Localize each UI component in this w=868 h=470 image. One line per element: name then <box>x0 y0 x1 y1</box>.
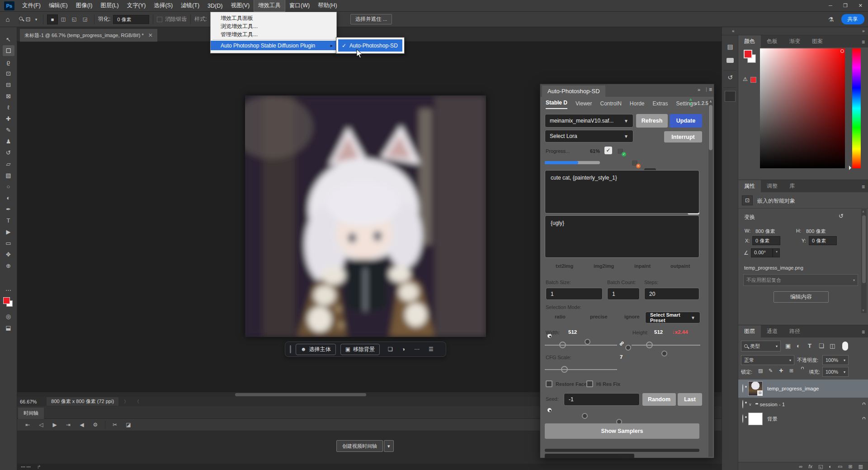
frame-tool-icon[interactable]: ⊠ <box>3 90 14 101</box>
clone-stamp-tool-icon[interactable]: ♟ <box>3 136 14 147</box>
height-slider[interactable] <box>632 345 700 346</box>
txt2img-label[interactable]: txt2img <box>556 263 573 269</box>
close-icon[interactable]: ✕ <box>853 3 868 9</box>
ratio-label[interactable]: ratio <box>555 314 566 319</box>
cfg-slider[interactable] <box>545 369 617 370</box>
tab-properties[interactable]: 属性 <box>738 180 761 192</box>
interrupt-button[interactable]: Interrupt <box>664 131 702 142</box>
zoom-level[interactable]: 66.67% <box>20 399 37 404</box>
shape-tool-icon[interactable]: ▭ <box>3 237 14 248</box>
crop-tool-icon[interactable]: ⊟ <box>3 79 14 90</box>
height-slider-knob[interactable] <box>646 342 653 348</box>
adjustment-layer-icon[interactable]: ◐ <box>829 464 832 469</box>
taskbar-grip[interactable] <box>290 345 291 353</box>
precise-label[interactable]: precise <box>590 314 608 319</box>
angle-input[interactable]: 0.00° <box>751 248 773 257</box>
select-and-mask-button[interactable]: 选择并遮住 ... <box>350 14 392 24</box>
visibility-eye-icon[interactable] <box>742 415 743 423</box>
ratio-radio[interactable] <box>547 407 552 413</box>
menu-file[interactable]: 文件(F) <box>18 0 45 11</box>
menu-layer[interactable]: 图层(L) <box>96 0 123 11</box>
layers-discard-icon[interactable]: ▤✕ <box>629 157 641 168</box>
layer-thumbnail[interactable] <box>748 413 763 425</box>
tab-libraries[interactable]: 库 <box>783 180 801 192</box>
tab-color[interactable]: 颜色 <box>738 35 761 47</box>
new-selection-icon[interactable]: ■ <box>47 14 58 24</box>
gamut-color-swatch[interactable] <box>750 77 756 83</box>
taskbar-settings-icon[interactable]: ☰ <box>429 346 434 352</box>
first-frame-icon[interactable]: ⇤ <box>21 422 34 428</box>
width-slider-knob[interactable] <box>559 342 566 348</box>
maximize-icon[interactable]: ❐ <box>838 3 853 9</box>
panel-menu-icon[interactable]: ≡ <box>709 86 712 93</box>
create-video-timeline-button[interactable]: 创建视频时间轴 <box>336 440 383 452</box>
adjustment-icon[interactable]: ◑ <box>402 346 405 352</box>
tab-patterns[interactable]: 图案 <box>806 35 829 47</box>
new-layer-icon[interactable]: ⊞ <box>848 464 852 470</box>
ignore-label[interactable]: ignore <box>624 314 640 319</box>
menu-3d[interactable]: 3D(D) <box>203 1 226 11</box>
zoom-tool-icon[interactable]: ⊕ <box>3 260 14 271</box>
layer-mask-icon[interactable]: ◱ <box>818 464 823 470</box>
status-collapse-icon[interactable]: 〈 <box>135 399 139 405</box>
feather-input[interactable]: 0 像素 <box>113 15 149 24</box>
path-select-tool-icon[interactable]: ▶ <box>3 226 14 237</box>
minimize-icon[interactable]: ─ <box>823 3 838 9</box>
edit-content-button[interactable]: 编辑内容 <box>774 291 829 303</box>
last-seed-button[interactable]: Last <box>678 393 702 406</box>
hue-strip[interactable] <box>852 48 861 168</box>
visibility-eye-icon[interactable] <box>742 385 743 393</box>
eyedropper-tool-icon[interactable]: ℓ <box>3 102 14 113</box>
hand-tool-icon[interactable]: ✥ <box>3 249 14 260</box>
menu-plugins[interactable]: 增效工具 <box>254 0 285 12</box>
saturation-brightness-field[interactable] <box>760 48 845 168</box>
beta-flask-icon[interactable]: ⚗ <box>828 16 834 23</box>
live-preview-checkbox[interactable]: ✓ <box>604 147 612 154</box>
tab-viewer[interactable]: Viewer <box>576 100 592 109</box>
outpaint-label[interactable]: outpaint <box>670 263 690 269</box>
reset-transform-icon[interactable]: ↺ <box>839 213 844 219</box>
screen-mode-icon[interactable]: ⬓ <box>3 322 14 333</box>
object-select-tool-icon[interactable]: ⊡ <box>3 68 14 79</box>
outpaint-radio[interactable] <box>661 351 667 356</box>
select-subject-button[interactable]: ☻ 选择主体 <box>296 344 336 355</box>
healing-tool-icon[interactable]: ✚ <box>3 113 14 124</box>
show-samplers-button[interactable]: Show Samplers <box>545 423 699 439</box>
timeline-type-chevron-icon[interactable]: ▾ <box>384 440 394 452</box>
tab-adjustments[interactable]: 调整 <box>761 180 783 192</box>
panel-resize-grip[interactable]: |||||||| <box>620 454 630 457</box>
remove-background-button[interactable]: ▣ 移除背景 <box>340 344 380 355</box>
panel-menu-icon[interactable]: ≡ <box>858 37 868 47</box>
tab-controlnet[interactable]: ControlN <box>600 100 621 109</box>
filter-adjustment-layers-icon[interactable]: ◐ <box>797 342 800 349</box>
lock-artboard-icon[interactable]: ⊞ <box>789 368 793 374</box>
filter-pixel-layers-icon[interactable]: ▣ <box>785 342 791 349</box>
img2img-label[interactable]: img2img <box>594 263 614 269</box>
history-panel-icon[interactable]: ↺ <box>722 71 738 84</box>
hue-marker[interactable] <box>849 166 854 170</box>
gradient-tool-icon[interactable]: ▧ <box>3 170 14 180</box>
tab-extras[interactable]: Extras <box>653 100 668 109</box>
marquee-tool-icon[interactable]: ☐ <box>3 45 14 56</box>
menu-help[interactable]: 帮助(H) <box>314 0 341 11</box>
blend-mode-dropdown[interactable]: 正常▾ <box>741 355 794 365</box>
next-frame-icon[interactable]: ⇥ <box>61 422 75 428</box>
layer-name[interactable]: 背景 <box>767 416 778 423</box>
layer-thumbnail[interactable]: ⊡ <box>748 381 763 396</box>
layer-row-selected[interactable]: ⊡ temp_progress_image <box>738 380 868 398</box>
layer-name[interactable]: session - 1 <box>760 402 785 407</box>
prompt-textarea[interactable]: cute cat, {painterly_style_1} <box>545 170 699 214</box>
adjustments-panel-icon[interactable]: ▤ <box>722 40 738 53</box>
filter-shape-layers-icon[interactable]: ❏ <box>819 342 824 349</box>
inpaint-label[interactable]: inpaint <box>634 263 651 269</box>
menu-item-browse-plugins[interactable]: 浏览增效工具... <box>211 22 336 30</box>
play-icon[interactable]: ▶ <box>48 422 61 428</box>
layer-row-background[interactable]: 背景 <box>738 411 868 427</box>
menu-type[interactable]: 文字(Y) <box>123 0 150 11</box>
subtract-selection-icon[interactable]: ◱ <box>69 14 80 24</box>
delete-layer-icon[interactable]: ▥ <box>859 464 863 470</box>
marquee-tool-icon[interactable]: ⊡ <box>23 16 33 23</box>
split-clip-icon[interactable]: ✂ <box>108 422 122 428</box>
menu-filter[interactable]: 滤镜(T) <box>177 0 203 11</box>
tab-horde[interactable]: Horde <box>630 100 645 109</box>
